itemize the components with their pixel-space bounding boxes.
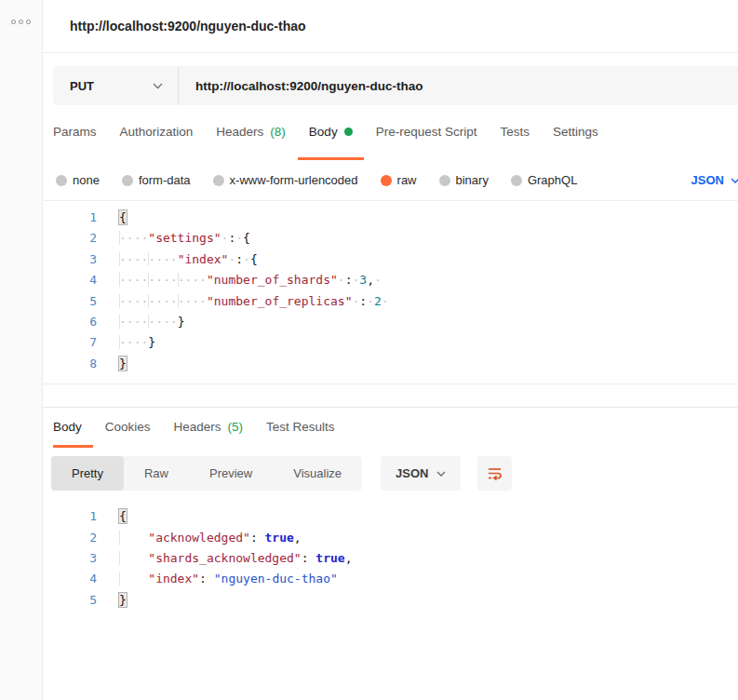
body-type-none[interactable]: none (56, 173, 100, 187)
request-tab-params[interactable]: Params (53, 105, 108, 160)
response-view-preview[interactable]: Preview (189, 456, 273, 491)
response-view-visualize[interactable]: Visualize (273, 456, 362, 491)
body-type-raw[interactable]: raw (381, 173, 417, 187)
radio-icon (511, 175, 522, 186)
code-text[interactable]: } (119, 590, 738, 611)
indent-guide: ···· (148, 294, 177, 308)
code-line: 2 "acknowledged": true, (43, 528, 738, 548)
body-type-binary[interactable]: binary (439, 173, 489, 187)
code-line: 4············"number_of_shards"·:·3,· (43, 270, 738, 290)
indent-guide: ···· (119, 273, 148, 287)
code-text[interactable]: { (119, 506, 738, 527)
token: } (148, 335, 155, 349)
url-text: http://localhost:9200/nguyen-duc-thao (195, 79, 423, 93)
token: } (178, 315, 185, 329)
body-type-list: noneform-datax-www-form-urlencodedrawbin… (56, 173, 577, 187)
request-tab-headers[interactable]: Headers(8) (205, 105, 297, 160)
wrap-lines-button[interactable] (477, 456, 512, 491)
method-select[interactable]: PUT (53, 66, 179, 105)
code-line: 1{ (43, 506, 738, 527)
indent-guide: ···· (119, 231, 148, 245)
code-line: 7····} (43, 332, 738, 353)
response-tab-test-results[interactable]: Test Results (255, 408, 346, 448)
code-text[interactable]: ········} (119, 312, 738, 332)
line-number: 4 (43, 270, 119, 290)
code-text[interactable]: ············"number_of_replicas"·:·2· (119, 291, 738, 312)
request-tabs: ParamsAuthorizationHeaders(8)BodyPre-req… (43, 105, 738, 160)
code-text[interactable]: { (119, 208, 738, 228)
request-tab-settings[interactable]: Settings (542, 105, 610, 160)
response-body-editor[interactable]: 1{2 "acknowledged": true,3 "shards_ackno… (43, 500, 738, 620)
request-tab-tests[interactable]: Tests (489, 105, 541, 160)
radio-icon (381, 175, 392, 186)
request-title-bar: http://localhost:9200/nguyen-duc-thao (43, 0, 738, 53)
response-tab-cookies[interactable]: Cookies (94, 408, 162, 448)
token: true (315, 551, 344, 565)
token: { (119, 509, 127, 523)
radio-label: x-www-form-urlencoded (230, 173, 358, 187)
token (207, 572, 214, 586)
token: · (338, 273, 345, 287)
token: } (119, 357, 127, 370)
token: · (367, 294, 374, 308)
response-view-raw[interactable]: Raw (124, 456, 189, 491)
response-view-pretty[interactable]: Pretty (51, 456, 124, 491)
token: { (243, 231, 250, 245)
radio-label: raw (397, 173, 417, 187)
tab-label: Tests (500, 125, 530, 139)
tab-label: Headers (174, 420, 221, 434)
request-tab-body[interactable]: Body (298, 105, 364, 160)
chevron-down-icon (436, 471, 446, 477)
token: , (367, 273, 374, 287)
token: true (265, 531, 294, 545)
indent-guide: ···· (148, 273, 177, 287)
request-language-select[interactable]: JSON (691, 173, 738, 187)
response-tab-body[interactable]: Body (53, 408, 93, 448)
response-tab-headers[interactable]: Headers(5) (163, 408, 255, 448)
line-number: 6 (43, 312, 119, 332)
more-options-button[interactable] (8, 15, 34, 29)
body-type-x-www-form-urlencoded[interactable]: x-www-form-urlencoded (213, 173, 358, 187)
code-text[interactable]: "index": "nguyen-duc-thao" (119, 569, 738, 589)
radio-label: GraphQL (528, 173, 577, 187)
method-label: PUT (70, 79, 94, 93)
radio-icon (439, 175, 450, 186)
request-body-editor[interactable]: 1{2····"settings"·:·{3········"index"·:·… (43, 200, 738, 384)
indent-guide: ···· (119, 294, 148, 308)
code-text[interactable]: "acknowledged": true, (119, 528, 738, 548)
token: · (243, 252, 250, 266)
code-text[interactable]: ········"index"·:·{ (119, 249, 738, 270)
tab-label: Body (53, 420, 82, 434)
code-text[interactable]: ····} (119, 332, 738, 353)
indent-guide (119, 551, 148, 565)
code-text[interactable]: "shards_acknowledged": true, (119, 548, 738, 569)
more-options-icon (11, 20, 16, 24)
token: · (374, 273, 382, 287)
chevron-down-icon (731, 178, 738, 183)
code-line: 3 "shards_acknowledged": true, (43, 548, 738, 569)
code-text[interactable]: } (119, 354, 738, 374)
url-input[interactable]: http://localhost:9200/nguyen-duc-thao (179, 66, 738, 105)
body-type-options: noneform-datax-www-form-urlencodedrawbin… (43, 160, 738, 200)
line-number: 1 (43, 506, 119, 527)
body-type-graphql[interactable]: GraphQL (511, 173, 577, 187)
token: · (382, 294, 389, 308)
line-number: 2 (43, 528, 119, 548)
token: "nguyen-duc-thao" (214, 572, 338, 586)
wrap-lines-icon (486, 464, 503, 482)
language-label: JSON (691, 173, 724, 187)
line-number: 5 (43, 291, 119, 312)
code-text[interactable]: ····"settings"·:·{ (119, 228, 738, 249)
code-text[interactable]: ············"number_of_shards"·:·3,· (119, 270, 738, 290)
token: 3 (359, 273, 367, 287)
token: "number_of_shards" (207, 273, 338, 287)
body-type-form-data[interactable]: form-data (122, 173, 191, 187)
tab-label: Body (309, 125, 338, 139)
response-language-select[interactable]: JSON (381, 456, 461, 491)
line-number: 2 (43, 228, 119, 249)
request-tab-authorization[interactable]: Authorization (109, 105, 205, 160)
line-number: 3 (43, 249, 119, 270)
tab-label: Authorization (120, 125, 194, 139)
indent-guide: ···· (119, 315, 148, 329)
request-tab-pre-request-script[interactable]: Pre-request Script (365, 105, 489, 160)
